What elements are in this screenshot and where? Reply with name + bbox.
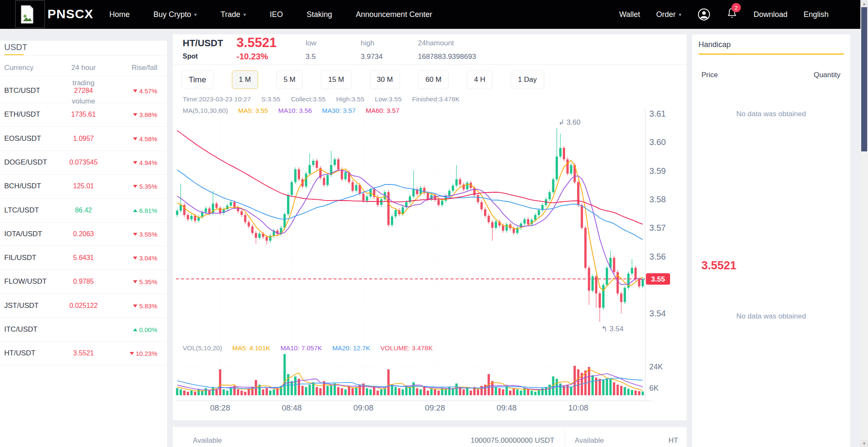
- pair-symbol: JST/USDT: [4, 302, 39, 310]
- triangle-down-icon: [133, 185, 137, 188]
- legend-item: MA60: 3.57: [366, 107, 399, 115]
- pair-symbol: LTC/USDT: [4, 206, 39, 215]
- svg-text:3.60: 3.60: [649, 137, 666, 147]
- volume-legend: VOL(5,10,20)MA5: 4.101KMA10: 7.057KMA20:…: [183, 344, 433, 352]
- market-row-flow-usdt[interactable]: FLOW/USDT0.97855.35%: [0, 270, 167, 294]
- language-selector[interactable]: English: [804, 10, 829, 19]
- top-nav: PNSCX HomeBuy Crypto▾Trade▾IEOStakingAnn…: [0, 0, 868, 29]
- svg-text:08:28: 08:28: [210, 403, 231, 412]
- pair-change: 5.83%: [133, 302, 157, 310]
- market-row-fil-usdt[interactable]: FIL/USDT5.64313.04%: [0, 246, 167, 270]
- pair-volume: 5.6431: [47, 254, 120, 262]
- svg-text:09:08: 09:08: [353, 403, 374, 412]
- market-row-ltc-usdt[interactable]: LTC/USDT86.426.81%: [0, 199, 167, 223]
- triangle-down-icon: [133, 257, 137, 260]
- triangle-down-icon: [133, 113, 137, 116]
- market-row-jst-usdt[interactable]: JST/USDT0.0251225.83%: [0, 294, 167, 318]
- user-avatar-icon[interactable]: [698, 8, 710, 21]
- handicap-underline: [698, 53, 844, 55]
- timeframe-1-day[interactable]: 1 Day: [511, 70, 544, 89]
- high-value: 3.9734: [361, 53, 383, 61]
- nav-item-staking[interactable]: Staking: [307, 10, 332, 19]
- ma-legend: MA(5,10,30,60)MA5: 3.55MA10: 3.56MA30: 3…: [183, 107, 399, 115]
- market-row-bch-usdt[interactable]: BCH/USDT125.015.35%: [0, 175, 167, 198]
- scroll-up-arrow[interactable]: ▲: [860, 0, 868, 7]
- timeframe-1-m[interactable]: 1 M: [232, 70, 258, 89]
- asks-empty-state: No data was obtained: [692, 110, 850, 118]
- svg-text:08:48: 08:48: [282, 403, 302, 412]
- nav-right-menu: WalletOrder▾ 2 Download English: [619, 0, 829, 29]
- timeframe-4-h[interactable]: 4 H: [467, 70, 492, 89]
- pair-change: 3.55%: [133, 231, 157, 238]
- scroll-down-arrow[interactable]: ▼: [860, 440, 868, 447]
- logo[interactable]: [15, 0, 45, 28]
- timeframe-15-m[interactable]: 15 M: [321, 70, 351, 89]
- handicap-panel: Handicap Price Quantity No data was obta…: [692, 34, 850, 447]
- svg-text:3.61: 3.61: [649, 109, 666, 118]
- svg-text:↰ 3.54: ↰ 3.54: [601, 325, 623, 333]
- pair-symbol: IOTA/USDT: [4, 230, 42, 238]
- page-scrollbar[interactable]: ▲ ▼: [860, 0, 868, 447]
- market-row-ht-usdt[interactable]: HT/USDT3.552110.23%: [0, 342, 167, 366]
- triangle-down-icon: [133, 89, 137, 92]
- triangle-down-icon: [130, 352, 134, 355]
- nav-item-wallet[interactable]: Wallet: [619, 10, 640, 19]
- column-volume-wrap1: trading: [47, 79, 120, 87]
- nav-item-ieo[interactable]: IEO: [270, 10, 283, 19]
- pair-change: 3.04%: [133, 254, 157, 262]
- pair-change: 0.00%: [133, 326, 157, 333]
- pair-change: 6.81%: [133, 207, 157, 214]
- tab-usdt[interactable]: USDT: [4, 42, 27, 52]
- timeframe-5-m[interactable]: 5 M: [276, 70, 303, 89]
- pair-title: HT/USDT: [183, 38, 223, 49]
- notifications-bell[interactable]: 2: [726, 7, 737, 22]
- pair-symbol: BCH/USDT: [4, 182, 41, 190]
- market-row-itc-usdt[interactable]: ITC/USDT0.00%: [0, 318, 167, 342]
- chevron-down-icon: ▾: [679, 11, 682, 18]
- column-volume-wrap2: volume: [47, 97, 120, 106]
- pair-symbol: FLOW/USDT: [4, 277, 47, 286]
- timeframe-30-m[interactable]: 30 M: [370, 70, 400, 89]
- x-axis-labels: 08:2808:4809:0809:2809:4810:08: [210, 403, 589, 412]
- timeframe-60-m[interactable]: 60 M: [418, 70, 449, 89]
- chevron-down-icon: ▾: [243, 11, 246, 18]
- brand-logo-text[interactable]: PNSCX: [47, 7, 93, 21]
- triangle-down-icon: [133, 233, 137, 236]
- available-label-left: Available: [193, 436, 222, 445]
- scrollbar-thumb[interactable]: [861, 7, 867, 151]
- nav-item-trade[interactable]: Trade▾: [221, 10, 246, 19]
- download-link[interactable]: Download: [754, 10, 787, 19]
- legend-item: MA5: 4.101K: [232, 344, 270, 352]
- pair-symbol: EOS/USDT: [4, 134, 41, 143]
- bids-empty-state: No data was obtained: [692, 312, 850, 321]
- available-value-left: 1000075.00000000 USDT: [300, 436, 554, 445]
- pair-change: 5.35%: [133, 278, 157, 285]
- pair-change: 10.23%: [130, 350, 157, 357]
- svg-text:3.59: 3.59: [649, 166, 666, 176]
- market-row-eth-usdt[interactable]: ETH/USDT1735.613.88%: [0, 103, 167, 127]
- nav-item-order[interactable]: Order▾: [656, 10, 682, 19]
- main-menu: HomeBuy Crypto▾Trade▾IEOStakingAnnouncem…: [109, 0, 432, 29]
- legend-prefix: MA(5,10,30,60): [183, 107, 228, 115]
- nav-item-buy-crypto[interactable]: Buy Crypto▾: [153, 10, 197, 19]
- pair-change: 5.35%: [133, 183, 157, 190]
- book-price-label: Price: [701, 71, 718, 79]
- pair-volume: 0.073545: [47, 159, 120, 166]
- kline-chart[interactable]: 3.553.613.603.593.583.573.563.5424K6K08:…: [176, 108, 680, 416]
- grid-layer: [176, 108, 653, 401]
- nav-item-announcement-center[interactable]: Announcement Center: [356, 10, 432, 19]
- footer-divider: [565, 430, 565, 447]
- timeframe-time[interactable]: Time: [181, 70, 214, 89]
- market-sidebar: USDT Currency 24 hour Rise/fall trading …: [0, 41, 167, 447]
- book-last-price: 3.5521: [701, 259, 737, 272]
- market-row-iota-usdt[interactable]: IOTA/USDT0.20633.55%: [0, 223, 167, 246]
- pair-volume: 1735.61: [47, 111, 120, 118]
- pair-volume: 86.42: [47, 207, 120, 214]
- info-segment: Low:3.55: [375, 95, 402, 103]
- pair-symbol: ETH/USDT: [4, 110, 40, 119]
- pair-volume: 0.025122: [47, 302, 120, 310]
- nav-item-home[interactable]: Home: [109, 10, 130, 19]
- market-row-doge-usdt[interactable]: DOGE/USDT0.0735454.94%: [0, 151, 167, 175]
- market-row-eos-usdt[interactable]: EOS/USDT1.09574.58%: [0, 127, 167, 151]
- pair-symbol: DOGE/USDT: [4, 158, 47, 167]
